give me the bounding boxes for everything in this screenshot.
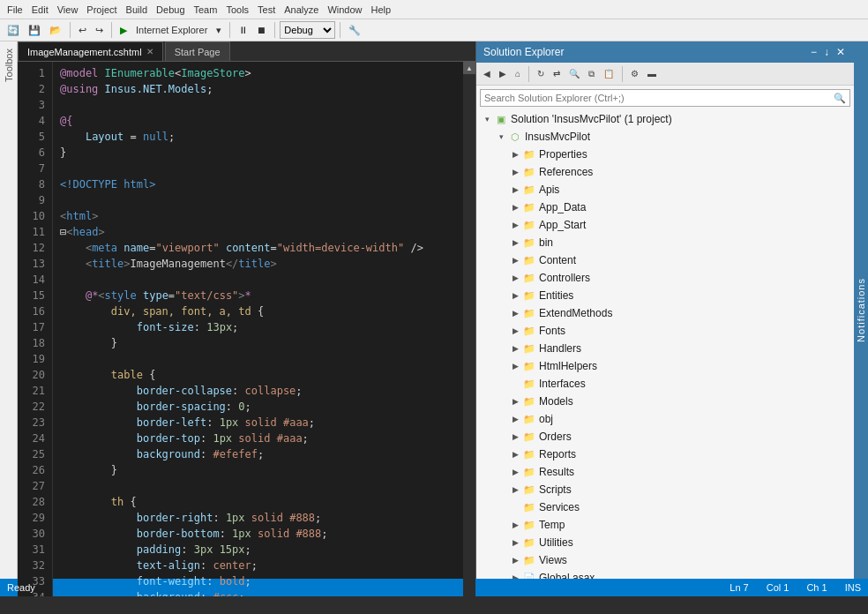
tree-item-models[interactable]: ▶ 📁 Models [476, 393, 854, 410]
tree-item-handlers[interactable]: ▶ 📁 Handlers [476, 340, 854, 357]
header-icon-arrow[interactable]: ↓ [822, 46, 831, 58]
sol-btn-paste[interactable]: 📋 [600, 66, 617, 81]
menu-tools[interactable]: Tools [222, 3, 252, 17]
tree-project[interactable]: ▾ ⬡ InsusMvcPilot [476, 128, 854, 146]
tree-label-entities: Entities [539, 289, 573, 302]
solution-toolbar: ◀ ▶ ⌂ ↻ ⇄ 🔍 ⧉ 📋 ⚙ ▬ [476, 63, 854, 86]
toolbar-icon-pause[interactable]: ⏸ [235, 23, 251, 37]
tab-bar: ImageManagement.cshtml ✕ Start Page [18, 41, 475, 62]
tree-item-utilities[interactable]: ▶ 📁 Utilities [476, 534, 854, 551]
menu-edit[interactable]: Edit [28, 3, 52, 17]
folder-icon-app-start: 📁 [522, 218, 536, 232]
sol-btn-forward[interactable]: ▶ [496, 66, 510, 81]
sol-btn-home[interactable]: ⌂ [512, 66, 524, 81]
tree-item-controllers[interactable]: ▶ 📁 Controllers [476, 269, 854, 287]
tree-item-entities[interactable]: ▶ 📁 Entities [476, 287, 854, 304]
tree-item-bin[interactable]: ▶ 📁 bin [476, 234, 854, 251]
code-content[interactable]: @model IEnumerable<ImageStore> @using In… [53, 62, 463, 596]
sol-btn-filter[interactable]: 🔍 [565, 66, 583, 81]
sol-btn-refresh[interactable]: ↻ [534, 66, 548, 81]
vertical-scrollbar[interactable]: ▲ ▼ [463, 62, 475, 596]
tree-item-obj[interactable]: ▶ 📁 obj [476, 410, 854, 428]
solution-explorer-icons: − ↓ ✕ [809, 46, 847, 58]
scroll-up[interactable]: ▲ [463, 62, 475, 74]
tree-item-scripts[interactable]: ▶ 📁 Scripts [476, 481, 854, 498]
tree-item-extendmethods[interactable]: ▶ 📁 ExtendMethods [476, 304, 854, 322]
toolbar-icon-misc[interactable]: 🔧 [345, 23, 364, 38]
tree-arrow-entities: ▶ [508, 288, 522, 303]
toolbar-icon-1[interactable]: 🔄 [4, 23, 23, 38]
toolbar-icon-3[interactable]: 📂 [46, 23, 65, 38]
tree-item-interfaces[interactable]: 📁 Interfaces [476, 375, 854, 393]
tree-arrow-extendmethods: ▶ [508, 306, 522, 320]
tree-label-controllers: Controllers [539, 272, 590, 284]
tree-item-temp[interactable]: ▶ 📁 Temp [476, 516, 854, 534]
solution-search-input[interactable] [481, 91, 830, 105]
tree-arrow-obj: ▶ [508, 412, 522, 426]
tree-item-reports[interactable]: ▶ 📁 Reports [476, 446, 854, 463]
tree-item-results[interactable]: ▶ 📁 Results [476, 463, 854, 481]
sol-btn-settings[interactable]: ⚙ [627, 66, 642, 81]
header-icon-close[interactable]: ✕ [834, 46, 847, 58]
folder-icon-obj: 📁 [522, 412, 536, 426]
solution-icon: ▣ [494, 112, 508, 126]
menu-help[interactable]: Help [368, 3, 395, 17]
tree-item-app-data[interactable]: ▶ 📁 App_Data [476, 198, 854, 216]
menu-view[interactable]: View [54, 3, 82, 17]
tree-item-orders[interactable]: ▶ 📁 Orders [476, 428, 854, 446]
tree-label-models: Models [539, 395, 573, 408]
separator-4 [274, 22, 275, 38]
toolbar-ie-arrow[interactable]: ▾ [213, 23, 225, 38]
sol-btn-nav[interactable]: ⇄ [550, 66, 564, 81]
menu-window[interactable]: Window [324, 3, 365, 17]
tree-label-references: References [539, 166, 593, 178]
tree-item-content[interactable]: ▶ 📁 Content [476, 251, 854, 269]
tree-item-fonts[interactable]: ▶ 📁 Fonts [476, 322, 854, 340]
tab-start-page[interactable]: Start Page [165, 41, 230, 61]
toolbar-icon-redo[interactable]: ↪ [92, 23, 107, 38]
menu-file[interactable]: File [4, 3, 26, 17]
toolbar-icon-stop[interactable]: ⏹ [253, 23, 270, 37]
menu-debug[interactable]: Debug [153, 3, 188, 17]
tree-item-services[interactable]: 📁 Services [476, 498, 854, 516]
tree-arrow-project: ▾ [494, 130, 508, 144]
toolbar-ie-label[interactable]: Internet Explorer [132, 23, 211, 37]
tree-label-views: Views [539, 554, 567, 566]
status-right: Ln 7 Col 1 Ch 1 INS [730, 582, 861, 593]
debug-dropdown[interactable]: Debug Release [280, 21, 335, 39]
tree-item-app-start[interactable]: ▶ 📁 App_Start [476, 216, 854, 234]
toolbar-icon-2[interactable]: 💾 [25, 23, 44, 38]
tree-item-references[interactable]: ▶ 📁 References [476, 163, 854, 181]
tab-image-management[interactable]: ImageManagement.cshtml ✕ [18, 41, 163, 61]
tree-item-htmlhelpers[interactable]: ▶ 📁 HtmlHelpers [476, 357, 854, 375]
sol-btn-copy[interactable]: ⧉ [585, 66, 598, 82]
tree-arrow-utilities: ▶ [508, 535, 522, 550]
code-editor-area: 12345678910 11121314151617181920 2122232… [18, 62, 475, 596]
status-ready: Ready [7, 582, 35, 593]
sol-btn-extra[interactable]: ▬ [644, 66, 660, 81]
menu-build[interactable]: Build [123, 3, 151, 17]
toolbar-run[interactable]: ▶ [116, 23, 131, 38]
header-icon-pin[interactable]: − [809, 46, 819, 58]
tree-label-global: Global.asax [539, 572, 595, 579]
toolbar-icon-undo[interactable]: ↩ [75, 23, 90, 38]
folder-icon-services: 📁 [522, 500, 536, 514]
search-icon[interactable]: 🔍 [830, 93, 849, 104]
menu-project[interactable]: Project [83, 3, 120, 17]
tree-item-properties[interactable]: ▶ 📁 Properties [476, 146, 854, 163]
menu-analyze[interactable]: Analyze [281, 3, 322, 17]
menu-team[interactable]: Team [191, 3, 221, 17]
tree-item-apis[interactable]: ▶ 📁 Apis [476, 181, 854, 198]
tree-label-utilities: Utilities [539, 536, 573, 549]
sol-btn-back[interactable]: ◀ [480, 66, 494, 81]
tree-solution-root[interactable]: ▾ ▣ Solution 'InsusMvcPilot' (1 project) [476, 110, 854, 128]
tab-close-1[interactable]: ✕ [146, 47, 153, 56]
tree-item-views[interactable]: ▶ 📁 Views [476, 551, 854, 569]
menu-test[interactable]: Test [254, 3, 279, 17]
tree-arrow-bin: ▶ [508, 236, 522, 250]
notifications-panel[interactable]: Notifications [854, 41, 868, 579]
status-col: Col 1 [767, 582, 789, 593]
toolbox-label[interactable]: Toolbox [4, 49, 14, 82]
tree-label-htmlhelpers: HtmlHelpers [539, 360, 597, 372]
tree-item-global[interactable]: ▶ 📄 Global.asax [476, 569, 854, 579]
